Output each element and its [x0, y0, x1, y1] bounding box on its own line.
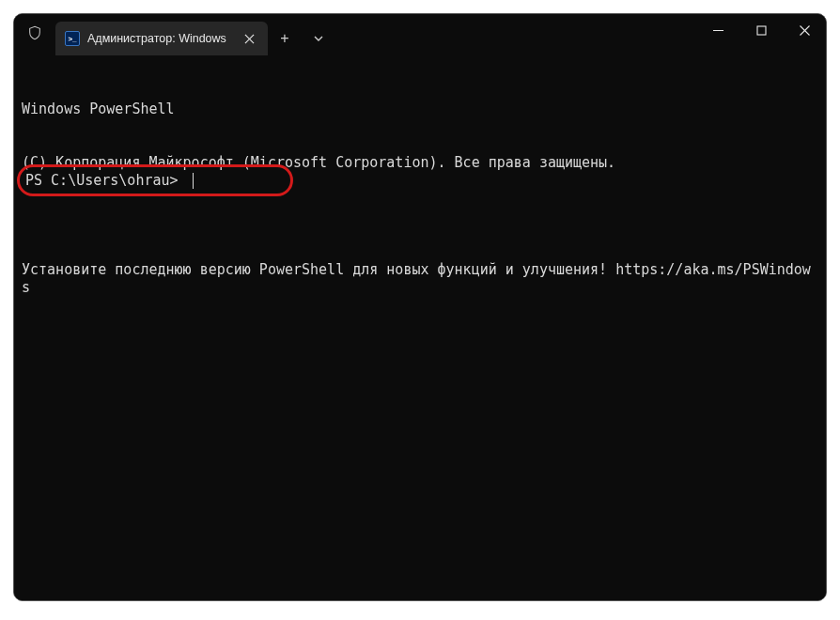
- shield-icon: [14, 14, 55, 55]
- title-bar[interactable]: >_ Администратор: Windows Po +: [14, 14, 826, 55]
- tab-title: Администратор: Windows Po: [87, 32, 230, 45]
- tab-actions: +: [268, 22, 335, 55]
- terminal-body[interactable]: Windows PowerShell (C) Корпорация Майкро…: [14, 55, 826, 600]
- prompt-text: PS C:\Users\ohrau>: [25, 172, 187, 190]
- window-controls: [696, 14, 826, 55]
- tab-dropdown-button[interactable]: [302, 22, 335, 55]
- terminal-line: Установите последнюю версию PowerShell д…: [22, 261, 818, 297]
- terminal-window: >_ Администратор: Windows Po +: [13, 13, 827, 601]
- tab-powershell[interactable]: >_ Администратор: Windows Po: [55, 22, 268, 55]
- scrollbar[interactable]: [818, 97, 825, 598]
- new-tab-button[interactable]: +: [268, 22, 302, 55]
- terminal-line: Windows PowerShell: [22, 101, 818, 118]
- maximize-button[interactable]: [739, 14, 783, 46]
- text-cursor: [193, 173, 194, 189]
- blank-line: [22, 208, 818, 225]
- prompt-highlight: PS C:\Users\ohrau>: [17, 164, 293, 196]
- close-tab-button[interactable]: [240, 29, 258, 48]
- svg-rect-3: [757, 26, 766, 35]
- minimize-button[interactable]: [696, 14, 739, 46]
- powershell-icon: >_: [65, 31, 80, 46]
- close-window-button[interactable]: [783, 14, 826, 46]
